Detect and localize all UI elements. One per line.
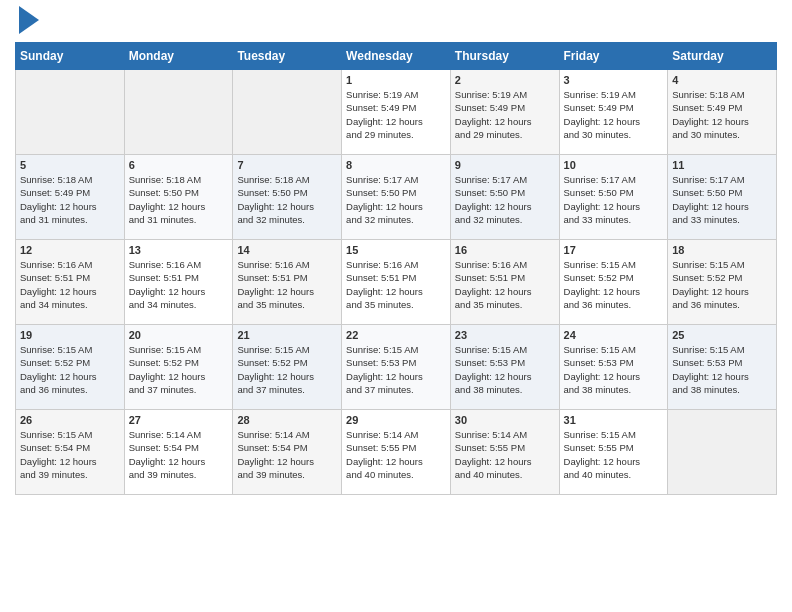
day-number: 10 — [564, 159, 664, 171]
day-header-thursday: Thursday — [450, 43, 559, 70]
day-info: Sunrise: 5:16 AM Sunset: 5:51 PM Dayligh… — [237, 258, 337, 311]
calendar-cell: 16Sunrise: 5:16 AM Sunset: 5:51 PM Dayli… — [450, 240, 559, 325]
day-number: 29 — [346, 414, 446, 426]
day-number: 25 — [672, 329, 772, 341]
day-number: 20 — [129, 329, 229, 341]
day-number: 6 — [129, 159, 229, 171]
day-info: Sunrise: 5:17 AM Sunset: 5:50 PM Dayligh… — [455, 173, 555, 226]
calendar-cell: 21Sunrise: 5:15 AM Sunset: 5:52 PM Dayli… — [233, 325, 342, 410]
day-number: 26 — [20, 414, 120, 426]
day-number: 28 — [237, 414, 337, 426]
day-info: Sunrise: 5:14 AM Sunset: 5:55 PM Dayligh… — [455, 428, 555, 481]
day-header-monday: Monday — [124, 43, 233, 70]
calendar-cell: 1Sunrise: 5:19 AM Sunset: 5:49 PM Daylig… — [342, 70, 451, 155]
day-info: Sunrise: 5:16 AM Sunset: 5:51 PM Dayligh… — [20, 258, 120, 311]
day-number: 14 — [237, 244, 337, 256]
day-number: 8 — [346, 159, 446, 171]
day-number: 9 — [455, 159, 555, 171]
day-info: Sunrise: 5:16 AM Sunset: 5:51 PM Dayligh… — [346, 258, 446, 311]
day-info: Sunrise: 5:18 AM Sunset: 5:49 PM Dayligh… — [672, 88, 772, 141]
calendar-week-row: 26Sunrise: 5:15 AM Sunset: 5:54 PM Dayli… — [16, 410, 777, 495]
day-number: 7 — [237, 159, 337, 171]
calendar-cell: 10Sunrise: 5:17 AM Sunset: 5:50 PM Dayli… — [559, 155, 668, 240]
calendar-cell: 13Sunrise: 5:16 AM Sunset: 5:51 PM Dayli… — [124, 240, 233, 325]
day-info: Sunrise: 5:15 AM Sunset: 5:53 PM Dayligh… — [564, 343, 664, 396]
calendar-cell: 5Sunrise: 5:18 AM Sunset: 5:49 PM Daylig… — [16, 155, 125, 240]
calendar-cell: 4Sunrise: 5:18 AM Sunset: 5:49 PM Daylig… — [668, 70, 777, 155]
day-number: 17 — [564, 244, 664, 256]
day-info: Sunrise: 5:15 AM Sunset: 5:52 PM Dayligh… — [564, 258, 664, 311]
day-info: Sunrise: 5:14 AM Sunset: 5:54 PM Dayligh… — [129, 428, 229, 481]
day-info: Sunrise: 5:17 AM Sunset: 5:50 PM Dayligh… — [346, 173, 446, 226]
day-number: 3 — [564, 74, 664, 86]
calendar-cell: 14Sunrise: 5:16 AM Sunset: 5:51 PM Dayli… — [233, 240, 342, 325]
day-number: 16 — [455, 244, 555, 256]
day-info: Sunrise: 5:18 AM Sunset: 5:50 PM Dayligh… — [129, 173, 229, 226]
day-info: Sunrise: 5:19 AM Sunset: 5:49 PM Dayligh… — [346, 88, 446, 141]
calendar-cell: 15Sunrise: 5:16 AM Sunset: 5:51 PM Dayli… — [342, 240, 451, 325]
day-info: Sunrise: 5:17 AM Sunset: 5:50 PM Dayligh… — [672, 173, 772, 226]
day-info: Sunrise: 5:14 AM Sunset: 5:54 PM Dayligh… — [237, 428, 337, 481]
calendar-cell: 12Sunrise: 5:16 AM Sunset: 5:51 PM Dayli… — [16, 240, 125, 325]
calendar-cell — [233, 70, 342, 155]
calendar-cell: 3Sunrise: 5:19 AM Sunset: 5:49 PM Daylig… — [559, 70, 668, 155]
day-info: Sunrise: 5:15 AM Sunset: 5:53 PM Dayligh… — [672, 343, 772, 396]
calendar-table: SundayMondayTuesdayWednesdayThursdayFrid… — [15, 42, 777, 495]
calendar-cell: 28Sunrise: 5:14 AM Sunset: 5:54 PM Dayli… — [233, 410, 342, 495]
page-header — [15, 10, 777, 34]
calendar-cell — [668, 410, 777, 495]
calendar-cell: 25Sunrise: 5:15 AM Sunset: 5:53 PM Dayli… — [668, 325, 777, 410]
logo — [15, 10, 41, 34]
calendar-cell: 6Sunrise: 5:18 AM Sunset: 5:50 PM Daylig… — [124, 155, 233, 240]
day-number: 1 — [346, 74, 446, 86]
day-header-friday: Friday — [559, 43, 668, 70]
calendar-cell: 17Sunrise: 5:15 AM Sunset: 5:52 PM Dayli… — [559, 240, 668, 325]
day-info: Sunrise: 5:19 AM Sunset: 5:49 PM Dayligh… — [564, 88, 664, 141]
day-header-tuesday: Tuesday — [233, 43, 342, 70]
day-number: 2 — [455, 74, 555, 86]
day-header-wednesday: Wednesday — [342, 43, 451, 70]
day-info: Sunrise: 5:18 AM Sunset: 5:50 PM Dayligh… — [237, 173, 337, 226]
day-header-saturday: Saturday — [668, 43, 777, 70]
day-number: 23 — [455, 329, 555, 341]
calendar-header-row: SundayMondayTuesdayWednesdayThursdayFrid… — [16, 43, 777, 70]
calendar-week-row: 12Sunrise: 5:16 AM Sunset: 5:51 PM Dayli… — [16, 240, 777, 325]
day-number: 13 — [129, 244, 229, 256]
calendar-cell: 2Sunrise: 5:19 AM Sunset: 5:49 PM Daylig… — [450, 70, 559, 155]
calendar-cell: 11Sunrise: 5:17 AM Sunset: 5:50 PM Dayli… — [668, 155, 777, 240]
day-number: 27 — [129, 414, 229, 426]
day-number: 22 — [346, 329, 446, 341]
day-info: Sunrise: 5:14 AM Sunset: 5:55 PM Dayligh… — [346, 428, 446, 481]
day-info: Sunrise: 5:17 AM Sunset: 5:50 PM Dayligh… — [564, 173, 664, 226]
day-info: Sunrise: 5:15 AM Sunset: 5:53 PM Dayligh… — [346, 343, 446, 396]
calendar-cell: 20Sunrise: 5:15 AM Sunset: 5:52 PM Dayli… — [124, 325, 233, 410]
day-info: Sunrise: 5:15 AM Sunset: 5:53 PM Dayligh… — [455, 343, 555, 396]
calendar-cell: 8Sunrise: 5:17 AM Sunset: 5:50 PM Daylig… — [342, 155, 451, 240]
day-info: Sunrise: 5:18 AM Sunset: 5:49 PM Dayligh… — [20, 173, 120, 226]
calendar-cell — [124, 70, 233, 155]
calendar-cell: 30Sunrise: 5:14 AM Sunset: 5:55 PM Dayli… — [450, 410, 559, 495]
day-number: 18 — [672, 244, 772, 256]
day-info: Sunrise: 5:15 AM Sunset: 5:55 PM Dayligh… — [564, 428, 664, 481]
calendar-cell: 29Sunrise: 5:14 AM Sunset: 5:55 PM Dayli… — [342, 410, 451, 495]
calendar-cell: 22Sunrise: 5:15 AM Sunset: 5:53 PM Dayli… — [342, 325, 451, 410]
calendar-cell: 31Sunrise: 5:15 AM Sunset: 5:55 PM Dayli… — [559, 410, 668, 495]
day-number: 15 — [346, 244, 446, 256]
calendar-cell: 23Sunrise: 5:15 AM Sunset: 5:53 PM Dayli… — [450, 325, 559, 410]
day-number: 4 — [672, 74, 772, 86]
day-info: Sunrise: 5:15 AM Sunset: 5:52 PM Dayligh… — [672, 258, 772, 311]
svg-marker-0 — [19, 6, 39, 34]
day-info: Sunrise: 5:16 AM Sunset: 5:51 PM Dayligh… — [455, 258, 555, 311]
calendar-week-row: 19Sunrise: 5:15 AM Sunset: 5:52 PM Dayli… — [16, 325, 777, 410]
day-number: 24 — [564, 329, 664, 341]
calendar-cell: 26Sunrise: 5:15 AM Sunset: 5:54 PM Dayli… — [16, 410, 125, 495]
day-info: Sunrise: 5:15 AM Sunset: 5:52 PM Dayligh… — [129, 343, 229, 396]
calendar-cell: 18Sunrise: 5:15 AM Sunset: 5:52 PM Dayli… — [668, 240, 777, 325]
calendar-cell — [16, 70, 125, 155]
calendar-cell: 24Sunrise: 5:15 AM Sunset: 5:53 PM Dayli… — [559, 325, 668, 410]
day-number: 19 — [20, 329, 120, 341]
day-number: 31 — [564, 414, 664, 426]
day-number: 11 — [672, 159, 772, 171]
day-header-sunday: Sunday — [16, 43, 125, 70]
calendar-cell: 9Sunrise: 5:17 AM Sunset: 5:50 PM Daylig… — [450, 155, 559, 240]
